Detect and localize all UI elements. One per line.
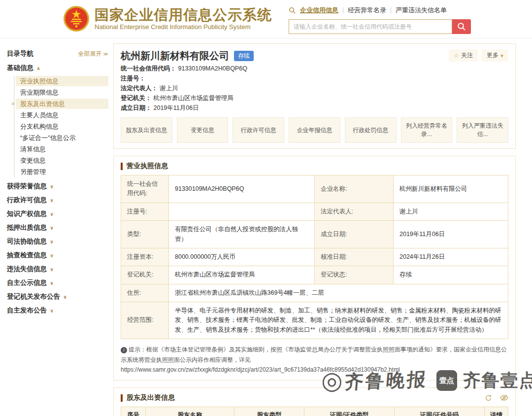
- status-badge: 存续: [234, 51, 254, 61]
- sidebar-item-shareholders-info[interactable]: 股东及出资信息: [16, 99, 108, 109]
- chevron-down-icon: ∨: [50, 198, 54, 203]
- sidebar-item-branch-info[interactable]: 分支机构信息: [16, 121, 108, 132]
- quick-button-changes[interactable]: 变更信息: [177, 117, 229, 143]
- double-chevron-icon: ≫: [103, 51, 108, 57]
- chevron-down-icon: ∨: [50, 253, 54, 258]
- national-emblem-icon: [63, 5, 90, 32]
- sidebar-item-business-license-info[interactable]: 营业执照信息: [16, 76, 108, 86]
- follow-button[interactable]: ☆ 关注: [449, 49, 478, 62]
- table-row: 注册资本: 8000.000000万人民币 核准日期: 2024年11月26日: [121, 248, 508, 266]
- table-row: 注册号: 法定代表人: 谢上川: [121, 203, 508, 220]
- search-bar: [289, 19, 520, 34]
- sidebar-item-liquidation-info[interactable]: 清算信息: [16, 144, 108, 154]
- sidebar-section-ip-info[interactable]: 知识产权信息 ∨: [7, 209, 108, 218]
- table-header-row: 序号 股东名称 股东类型 证照/证件类型 证照/证件号码 详情: [121, 407, 508, 416]
- sidebar-section-admin-license-info[interactable]: 行政许可信息 ∨: [7, 196, 108, 205]
- tab-serious-violation-list[interactable]: 严重违法失信名单: [396, 6, 447, 15]
- divider: [391, 7, 391, 13]
- license-table: 统一社会信用代码: 91330109MA2H0BQP6Q 企业名称: 杭州新川新…: [121, 175, 508, 339]
- company-field-legal-rep: 法定代表人：谢上川: [121, 84, 508, 92]
- search-icon: [457, 22, 466, 31]
- sidebar-section-spot-check-info[interactable]: 抽查检查信息 ∨: [7, 251, 108, 260]
- sidebar-section-basic-info[interactable]: 基础信息 ∧: [7, 64, 108, 72]
- eye-off-icon[interactable]: [500, 394, 508, 401]
- note-text: 提示：根据《市场主体登记管理条例》及其实施细则，按照《市场监管总局办公厅关于调整…: [121, 346, 507, 363]
- basic-info-sublist: 营业执照信息 营业期限信息 股东及出资信息 主要人员信息 分支机构信息 “多证合…: [14, 76, 108, 177]
- shareholders-panel: 股东及出资信息: [113, 387, 516, 416]
- site-title: 国家企业信用信息公示系统: [95, 7, 272, 23]
- sidebar-section-registry-announcements[interactable]: 登记机关发布公告 ∨: [7, 292, 108, 301]
- table-row-business-scope: 经营范围: 半导体、电子元器件专用材料的研发、制造、加工、销售；纳米新材料的研发…: [121, 302, 508, 339]
- chevron-down-icon: ∨: [63, 294, 67, 300]
- address-value: 浙江省杭州市萧山区瓜沥镇坎山路369号4幢一层、二层: [169, 284, 508, 302]
- company-field-established: 成立日期：2019年11月06日: [121, 104, 508, 112]
- company-actions: ☆ 关注 更多 ▾: [449, 49, 508, 62]
- tab-enterprise-credit-info[interactable]: 企业信用信息: [300, 6, 338, 15]
- shareholders-section-header: 股东及出资信息: [121, 393, 508, 402]
- sidebar-section-self-announcements[interactable]: 自主发布公告 ∨: [7, 306, 108, 315]
- quick-button-admin-penalty[interactable]: 行政处罚信息: [345, 117, 397, 143]
- sidebar-item-separate-register[interactable]: 另册管理: [16, 167, 108, 177]
- caret-down-icon: ▾: [500, 52, 503, 59]
- chevron-down-icon: ∨: [50, 267, 54, 272]
- sidebar-item-change-info[interactable]: 变更信息: [16, 155, 108, 166]
- shareholders-table: 序号 股东名称 股东类型 证照/证件类型 证照/证件号码 详情 1 杭州新川电子…: [121, 407, 508, 416]
- section-bar: [121, 394, 123, 402]
- search-button[interactable]: [452, 19, 471, 34]
- sidebar-section-self-publicity-info[interactable]: 自主公示信息 ∨: [7, 278, 108, 287]
- quick-button-shareholders[interactable]: 股东及出资信息: [121, 117, 172, 143]
- chevron-down-icon: ∨: [50, 280, 54, 286]
- table-row: 登记机关: 杭州市萧山区市场监督管理局 登记状态: 存续: [121, 266, 508, 284]
- star-icon: ☆: [454, 52, 459, 59]
- license-section-header: 营业执照信息: [121, 162, 508, 171]
- sidebar-title: 目录导航: [7, 49, 33, 58]
- more-button[interactable]: 更多 ▾: [482, 49, 508, 62]
- main-content: ☆ 关注 更多 ▾ 杭州新川新材料有限公司 存续 统一社会信用代码：913301…: [113, 43, 516, 416]
- expand-all-link[interactable]: 全部展开 ≫: [78, 50, 108, 58]
- company-summary-panel: ☆ 关注 更多 ▾ 杭州新川新材料有限公司 存续 统一社会信用代码：913301…: [113, 43, 516, 149]
- current-section-bullet: [12, 103, 14, 105]
- sidebar-section-honor-info[interactable]: 获得荣誉信息 ∨: [7, 182, 108, 191]
- search-icon: [289, 7, 296, 14]
- sidebar-item-multi-cert-info[interactable]: “多证合一”信息公示: [16, 133, 108, 143]
- chevron-down-icon: ∨: [50, 239, 54, 244]
- company-field-credit-code: 统一社会信用代码：91330109MA2H0BQP6Q: [121, 65, 508, 72]
- sidebar-item-key-personnel-info[interactable]: 主要人员信息: [16, 110, 108, 120]
- table-row-address: 住所: 浙江省杭州市萧山区瓜沥镇坎山路369号4幢一层、二层: [121, 284, 508, 302]
- sidebar: 目录导航 全部展开 ≫ 基础信息 ∧ 营业执照信息 营业期限信息 股东及出资信息…: [7, 49, 108, 320]
- quick-button-abnormal-list[interactable]: 列入经营异常名录...: [401, 117, 453, 143]
- note-url: https://www.samr.gov.cn/zw/zfxxgk/fdzdgk…: [121, 366, 400, 373]
- sidebar-item-business-term-info[interactable]: 营业期限信息: [16, 87, 108, 98]
- license-section-title: 营业执照信息: [127, 162, 168, 171]
- business-license-panel: 营业执照信息 统一社会信用代码: 91330109MA2H0BQP6Q 企业名称…: [113, 156, 516, 381]
- divider: [343, 7, 343, 13]
- site-header: 国家企业信用信息公示系统 National Enterprise Credit …: [0, 0, 532, 38]
- info-icon: i: [121, 347, 127, 353]
- header-search-area: 企业信用信息 经营异常名录 严重违法失信名单: [289, 6, 520, 34]
- company-field-reg-number: 注册号：: [121, 74, 508, 82]
- search-type-tabs: 企业信用信息 经营异常名录 严重违法失信名单: [289, 6, 520, 15]
- table-row: 统一社会信用代码: 91330109MA2H0BQP6Q 企业名称: 杭州新川新…: [121, 175, 508, 203]
- sidebar-section-mortgage-pledge-info[interactable]: 抵押出质信息 ∨: [7, 223, 108, 232]
- sidebar-section-violation-info[interactable]: 违法失信信息 ∨: [7, 265, 108, 274]
- site-subtitle: National Enterprise Credit Information P…: [95, 23, 272, 31]
- sidebar-section-judicial-assistance-info[interactable]: 司法协助信息 ∨: [7, 237, 108, 246]
- tab-abnormal-operations-list[interactable]: 经营异常名录: [348, 6, 386, 15]
- site-logo: 国家企业信用信息公示系统 National Enterprise Credit …: [63, 5, 272, 32]
- company-name: 杭州新川新材料有限公司: [121, 49, 229, 63]
- site-title-block: 国家企业信用信息公示系统 National Enterprise Credit …: [95, 7, 272, 31]
- quick-button-admin-license[interactable]: 行政许可信息: [233, 117, 284, 143]
- shareholders-section-title: 股东及出资信息: [127, 393, 175, 402]
- refresh-icon[interactable]: [485, 394, 492, 402]
- chevron-down-icon: ∨: [50, 308, 54, 313]
- page: 国家企业信用信息公示系统 National Enterprise Credit …: [0, 0, 532, 416]
- quick-nav-buttons: 股东及出资信息 变更信息 行政许可信息 企业年报信息 行政处罚信息 列入经营异常…: [121, 117, 508, 143]
- quick-button-illegal-list[interactable]: 列入严重违法失信...: [457, 117, 508, 143]
- sidebar-header: 目录导航 全部展开 ≫: [7, 49, 108, 58]
- table-row: 类型: 有限责任公司（非自然人投资或控股的法人独资） 成立日期: 2019年11…: [121, 221, 508, 248]
- chevron-down-icon: ∨: [50, 225, 54, 231]
- business-scope-value: 半导体、电子元器件专用材料的研发、制造、加工、销售；纳米新材料的研发、销售；金属…: [169, 302, 508, 339]
- quick-button-annual-report[interactable]: 企业年报信息: [289, 117, 340, 143]
- search-input[interactable]: [289, 19, 452, 34]
- company-field-registry: 登记机关：杭州市萧山区市场监督管理局: [121, 94, 508, 102]
